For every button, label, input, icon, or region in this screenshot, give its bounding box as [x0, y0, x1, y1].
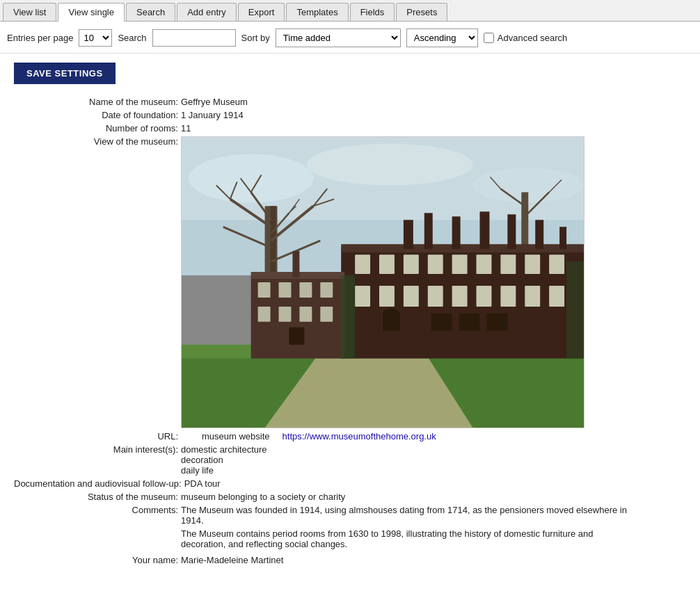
name-label: Name of the museum: — [14, 97, 181, 107]
museum-image — [181, 136, 584, 428]
svg-rect-44 — [500, 254, 516, 274]
svg-rect-45 — [525, 254, 540, 274]
svg-rect-68 — [299, 307, 312, 322]
order-select[interactable]: Ascending Descending — [406, 29, 478, 47]
advanced-search-area: Advanced search — [484, 33, 567, 43]
svg-rect-71 — [341, 275, 355, 359]
svg-rect-34 — [480, 211, 490, 249]
interests-label: Main interest(s): — [14, 444, 181, 455]
content-area: Name of the museum: Geffrye Museum Date … — [0, 93, 700, 582]
svg-rect-69 — [320, 307, 333, 322]
svg-rect-72 — [566, 261, 584, 359]
svg-rect-32 — [424, 213, 433, 249]
sort-select[interactable]: Time added Name Date ID — [276, 29, 401, 47]
advanced-search-label: Advanced search — [498, 33, 567, 43]
comment-1: The Museum was founded in 1914, using al… — [181, 505, 640, 526]
advanced-search-checkbox[interactable] — [484, 33, 494, 43]
svg-rect-33 — [452, 216, 461, 249]
status-row: Status of the museum: museum belonging t… — [14, 492, 686, 502]
rooms-row: Number of rooms: 11 — [14, 123, 686, 133]
your-name-label: Your name: — [14, 555, 181, 565]
svg-rect-46 — [549, 254, 564, 274]
svg-rect-31 — [404, 220, 413, 249]
svg-rect-55 — [549, 286, 564, 307]
tab-view-single[interactable]: View single — [58, 3, 125, 22]
your-name-row: Your name: Marie-Madeleine Martinet — [14, 555, 686, 565]
tabs-bar: View list View single Search Add entry E… — [0, 0, 700, 22]
svg-rect-40 — [404, 254, 419, 274]
comments-row: Comments: The Museum was founded in 1914… — [14, 505, 686, 549]
comments-label: Comments: — [14, 505, 181, 515]
search-input[interactable] — [152, 29, 236, 47]
svg-rect-57 — [459, 314, 480, 331]
interest-2: decoration — [181, 455, 267, 465]
doc-label: Documentation and audiovisual follow-up: — [14, 478, 184, 489]
url-link[interactable]: https://www.museumofthehome.org.uk — [283, 431, 436, 442]
svg-rect-50 — [428, 286, 443, 307]
search-label: Search — [118, 33, 146, 43]
interests-values: domestic architecture decoration daily l… — [181, 444, 267, 476]
comment-2: The Museum contains period rooms from 16… — [181, 528, 640, 549]
interests-row: Main interest(s): domestic architecture … — [14, 444, 686, 476]
sort-by-label: Sort by — [241, 33, 270, 43]
foundation-label: Date of foundation: — [14, 110, 181, 120]
svg-rect-61 — [292, 251, 299, 277]
svg-rect-49 — [404, 286, 419, 307]
name-value: Geffrye Museum — [181, 97, 248, 107]
controls-bar: Entries per page 10 25 50 100 Search Sor… — [0, 22, 700, 54]
svg-rect-37 — [559, 227, 566, 249]
comments-values: The Museum was founded in 1914, using al… — [181, 505, 640, 549]
tab-view-list[interactable]: View list — [3, 3, 56, 21]
your-name-value: Marie-Madeleine Martinet — [181, 555, 283, 565]
tab-add-entry[interactable]: Add entry — [177, 3, 237, 21]
tab-presets[interactable]: Presets — [396, 3, 447, 21]
svg-rect-52 — [477, 286, 492, 307]
interest-1: domestic architecture — [181, 444, 267, 455]
doc-value: PDA tour — [184, 478, 221, 489]
svg-rect-53 — [500, 286, 516, 307]
interest-3: daily life — [181, 465, 267, 476]
url-text: museum website — [202, 431, 270, 442]
svg-rect-48 — [379, 286, 395, 307]
svg-rect-43 — [477, 254, 492, 274]
svg-rect-67 — [279, 307, 292, 322]
svg-rect-65 — [320, 282, 333, 298]
svg-point-74 — [383, 309, 399, 320]
rooms-value: 11 — [181, 123, 191, 133]
url-label: URL: — [14, 431, 181, 442]
svg-rect-42 — [452, 254, 468, 274]
url-value: museum website https://www.museumoftheho… — [202, 431, 436, 442]
svg-rect-62 — [258, 282, 271, 298]
svg-rect-54 — [525, 286, 540, 307]
foundation-row: Date of foundation: 1 January 1914 — [14, 110, 686, 120]
svg-rect-66 — [258, 307, 271, 322]
view-label: View of the museum: — [14, 136, 181, 147]
svg-rect-36 — [535, 220, 543, 249]
svg-rect-38 — [355, 254, 370, 274]
entries-per-page-label: Entries per page — [7, 33, 73, 43]
svg-rect-30 — [341, 244, 584, 252]
status-label: Status of the museum: — [14, 492, 181, 502]
doc-row: Documentation and audiovisual follow-up:… — [14, 478, 686, 489]
tab-export[interactable]: Export — [238, 3, 285, 21]
url-row: URL: museum website https://www.museumof… — [14, 431, 686, 442]
save-settings-button[interactable]: SAVE SETTINGS — [14, 63, 116, 84]
svg-rect-70 — [289, 327, 304, 345]
svg-rect-51 — [452, 286, 468, 307]
svg-rect-35 — [507, 214, 516, 249]
svg-rect-41 — [428, 254, 443, 274]
svg-rect-39 — [379, 254, 395, 274]
svg-point-2 — [189, 154, 313, 203]
view-row: View of the museum: — [14, 136, 686, 428]
rooms-label: Number of rooms: — [14, 123, 181, 133]
svg-rect-56 — [431, 314, 452, 331]
tab-templates[interactable]: Templates — [286, 3, 348, 21]
name-row: Name of the museum: Geffrye Museum — [14, 97, 686, 107]
svg-point-3 — [306, 144, 472, 186]
svg-rect-64 — [299, 282, 312, 298]
tab-fields[interactable]: Fields — [350, 3, 395, 21]
foundation-value: 1 January 1914 — [181, 110, 244, 120]
entries-per-page-select[interactable]: 10 25 50 100 — [79, 29, 112, 47]
tab-search[interactable]: Search — [126, 3, 175, 21]
svg-rect-63 — [279, 282, 292, 298]
